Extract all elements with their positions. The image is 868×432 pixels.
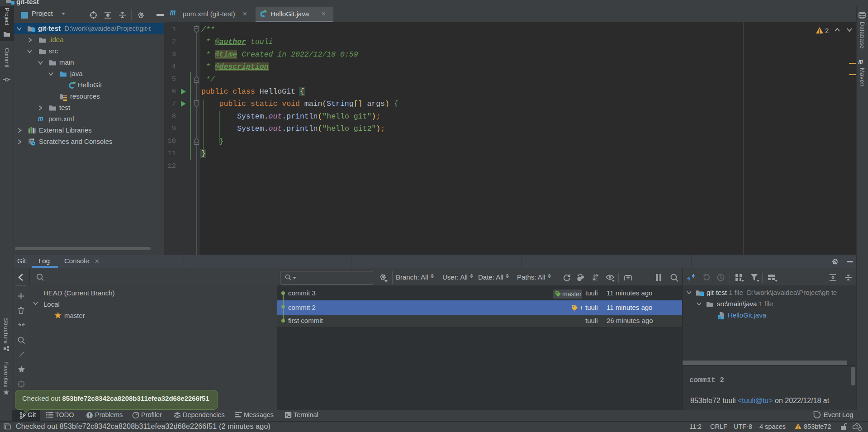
svg-text:J: J — [719, 317, 721, 320]
svg-text:?: ? — [856, 424, 858, 429]
